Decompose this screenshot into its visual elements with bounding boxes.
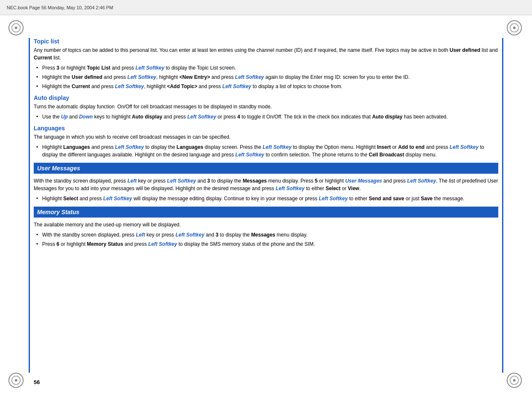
- topic-list-intro: Any number of topics can be added to thi…: [34, 46, 498, 62]
- content-area: Topic list Any number of topics can be a…: [34, 38, 498, 373]
- corner-decoration-bl: [8, 373, 25, 390]
- corner-circle-bl: [8, 373, 24, 388]
- page-number: 56: [34, 379, 40, 385]
- section-banner-user-messages: User Messages: [34, 163, 498, 174]
- memory-status-bullet-1: With the standby screen displayed, press…: [34, 231, 498, 239]
- heading-auto-display: Auto display: [34, 94, 498, 101]
- right-border: [502, 38, 503, 373]
- corner-circle-tl: [8, 20, 24, 35]
- languages-intro: The language in which you wish to receiv…: [34, 133, 498, 141]
- user-messages-bullet-1: Highlight Select and press Left Softkey …: [34, 195, 498, 202]
- corner-decoration-br: [507, 373, 524, 390]
- topic-list-bullet-1: Press 3 or highlight Topic List and pres…: [34, 64, 498, 72]
- corner-decoration-tr: [507, 20, 524, 37]
- banner-memory-status-text: Memory Status: [37, 209, 79, 215]
- page: NEC.book Page 56 Monday, May 10, 2004 2:…: [0, 0, 532, 398]
- section-languages: Languages The language in which you wish…: [34, 125, 498, 159]
- heading-languages: Languages: [34, 125, 498, 132]
- corner-circle-tr: [507, 20, 522, 35]
- section-auto-display: Auto display Turns the automatic display…: [34, 94, 498, 121]
- heading-topic-list: Topic list: [34, 38, 498, 45]
- section-banner-memory-status: Memory Status: [34, 207, 498, 218]
- languages-bullet-1: Highlight Languages and press Left Softk…: [34, 143, 498, 159]
- topic-list-bullet-2: Highlight the User defined and press Lef…: [34, 73, 498, 81]
- header-text: NEC.book Page 56 Monday, May 10, 2004 2:…: [7, 5, 113, 10]
- header-bar: NEC.book Page 56 Monday, May 10, 2004 2:…: [0, 0, 532, 15]
- topic-list-bullet-3: Highlight the Current and press Left Sof…: [34, 83, 498, 90]
- user-messages-intro: With the standby screen displayed, press…: [34, 177, 498, 192]
- corner-decoration-tl: [8, 20, 25, 37]
- corner-circle-br: [507, 373, 522, 388]
- memory-status-intro: The available memory and the used-up mem…: [34, 221, 498, 229]
- banner-user-messages-text: User Messages: [37, 165, 80, 172]
- section-topic-list: Topic list Any number of topics can be a…: [34, 38, 498, 90]
- section-memory-status: The available memory and the used-up mem…: [34, 221, 498, 248]
- auto-display-intro: Turns the automatic display function On/…: [34, 103, 498, 110]
- memory-status-bullet-2: Press 6 or highlight Memory Status and p…: [34, 240, 498, 248]
- section-user-messages: With the standby screen displayed, press…: [34, 177, 498, 202]
- auto-display-bullet-1: Use the Up and Down keys to highlight Au…: [34, 113, 498, 121]
- left-border: [29, 38, 30, 373]
